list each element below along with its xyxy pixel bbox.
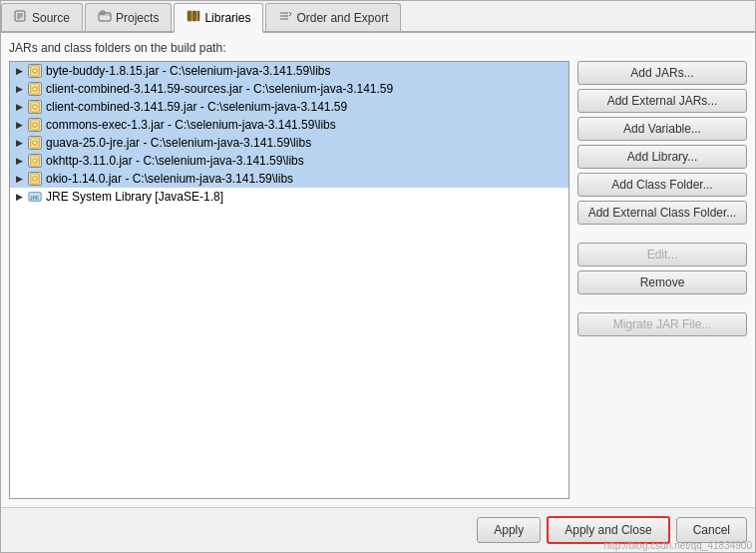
- svg-point-29: [34, 160, 37, 163]
- content-area: JARs and class folders on the build path…: [1, 33, 755, 507]
- svg-rect-7: [192, 11, 196, 21]
- jar-icon-7: [28, 172, 42, 186]
- svg-rect-8: [197, 11, 199, 21]
- jar-icon-5: [28, 136, 42, 150]
- lib-item-text-5: guava-25.0-jre.jar - C:\selenium-java-3.…: [46, 136, 311, 150]
- expand-arrow-6[interactable]: ▶: [14, 156, 24, 166]
- svg-point-32: [34, 178, 37, 181]
- section-label: JARs and class folders on the build path…: [9, 41, 747, 55]
- tab-libraries-label: Libraries: [204, 11, 250, 25]
- add-jars-button[interactable]: Add JARs...: [577, 61, 747, 85]
- tab-projects-label: Projects: [116, 11, 159, 25]
- expand-arrow-2[interactable]: ▶: [14, 84, 24, 94]
- expand-arrow-4[interactable]: ▶: [14, 120, 24, 130]
- add-external-jars-button[interactable]: Add External JARs...: [577, 89, 747, 113]
- expand-arrow-7[interactable]: ▶: [14, 174, 24, 184]
- expand-arrow-1[interactable]: ▶: [14, 66, 24, 76]
- tab-projects[interactable]: Projects: [85, 3, 172, 31]
- list-item[interactable]: ▶ commons-exec-1.3.jar - C:\selenium-jav…: [10, 116, 568, 134]
- projects-icon: [98, 9, 112, 26]
- tab-source[interactable]: Source: [1, 3, 83, 31]
- libraries-list[interactable]: ▶ byte-buddy-1.8.15.jar - C:\selenium-ja…: [9, 61, 569, 499]
- svg-point-14: [34, 70, 37, 73]
- expand-arrow-jre[interactable]: ▶: [14, 192, 24, 202]
- main-area: ▶ byte-buddy-1.8.15.jar - C:\selenium-ja…: [9, 61, 747, 499]
- list-item-jre[interactable]: ▶ JRE JRE System Library [JavaSE-1.8]: [10, 188, 568, 206]
- list-item[interactable]: ▶ byte-buddy-1.8.15.jar - C:\selenium-ja…: [10, 62, 568, 80]
- apply-button[interactable]: Apply: [477, 517, 541, 543]
- remove-button[interactable]: Remove: [577, 271, 747, 294]
- migrate-jar-button[interactable]: Migrate JAR File...: [577, 312, 747, 336]
- list-item[interactable]: ▶ guava-25.0-jre.jar - C:\selenium-java-…: [10, 134, 568, 152]
- tab-libraries[interactable]: Libraries: [174, 3, 263, 33]
- lib-item-text-2: client-combined-3.141.59-sources.jar - C…: [46, 82, 393, 96]
- tab-order-export[interactable]: Order and Export: [265, 3, 401, 31]
- svg-point-26: [34, 142, 37, 145]
- svg-point-17: [34, 88, 37, 91]
- lib-item-text-1: byte-buddy-1.8.15.jar - C:\selenium-java…: [46, 64, 330, 78]
- expand-arrow-5[interactable]: ▶: [14, 138, 24, 148]
- add-external-class-folder-button[interactable]: Add External Class Folder...: [577, 201, 747, 225]
- tab-source-label: Source: [32, 11, 70, 25]
- jre-icon: JRE: [28, 190, 42, 204]
- jar-icon-1: [28, 64, 42, 78]
- svg-rect-6: [188, 11, 191, 21]
- apply-and-close-button[interactable]: Apply and Close: [547, 516, 669, 544]
- list-item[interactable]: ▶ client-combined-3.141.59-sources.jar -…: [10, 80, 568, 98]
- add-variable-button[interactable]: Add Variable...: [577, 117, 747, 141]
- button-panel: Add JARs... Add External JARs... Add Var…: [577, 61, 747, 499]
- lib-item-text-4: commons-exec-1.3.jar - C:\selenium-java-…: [46, 118, 336, 132]
- svg-text:JRE: JRE: [30, 195, 39, 201]
- add-class-folder-button[interactable]: Add Class Folder...: [577, 173, 747, 197]
- edit-button[interactable]: Edit...: [577, 243, 747, 267]
- lib-item-text-3: client-combined-3.141.59.jar - C:\seleni…: [46, 100, 347, 114]
- list-item[interactable]: ▶ client-combined-3.141.59.jar - C:\sele…: [10, 98, 568, 116]
- tab-order-export-label: Order and Export: [296, 11, 388, 25]
- order-export-icon: [278, 9, 292, 26]
- tab-bar: Source Projects Libraries: [1, 1, 755, 33]
- lib-item-text-6: okhttp-3.11.0.jar - C:\selenium-java-3.1…: [46, 154, 304, 168]
- jar-icon-4: [28, 118, 42, 132]
- jar-icon-2: [28, 82, 42, 96]
- lib-item-text-7: okio-1.14.0.jar - C:\selenium-java-3.141…: [46, 172, 293, 186]
- jar-icon-3: [28, 100, 42, 114]
- bottom-bar: Apply Apply and Close Cancel: [1, 507, 755, 552]
- cancel-button[interactable]: Cancel: [676, 517, 747, 543]
- svg-point-23: [34, 124, 37, 127]
- source-icon: [14, 9, 28, 26]
- svg-point-20: [34, 106, 37, 109]
- jar-icon-6: [28, 154, 42, 168]
- libraries-icon: [187, 9, 200, 26]
- java-build-path-dialog: Source Projects Libraries: [0, 0, 756, 553]
- expand-arrow-3[interactable]: ▶: [14, 102, 24, 112]
- list-item[interactable]: ▶ okio-1.14.0.jar - C:\selenium-java-3.1…: [10, 170, 568, 188]
- add-library-button[interactable]: Add Library...: [577, 145, 747, 169]
- list-item[interactable]: ▶ okhttp-3.11.0.jar - C:\selenium-java-3…: [10, 152, 568, 170]
- lib-item-text-jre: JRE System Library [JavaSE-1.8]: [46, 190, 223, 204]
